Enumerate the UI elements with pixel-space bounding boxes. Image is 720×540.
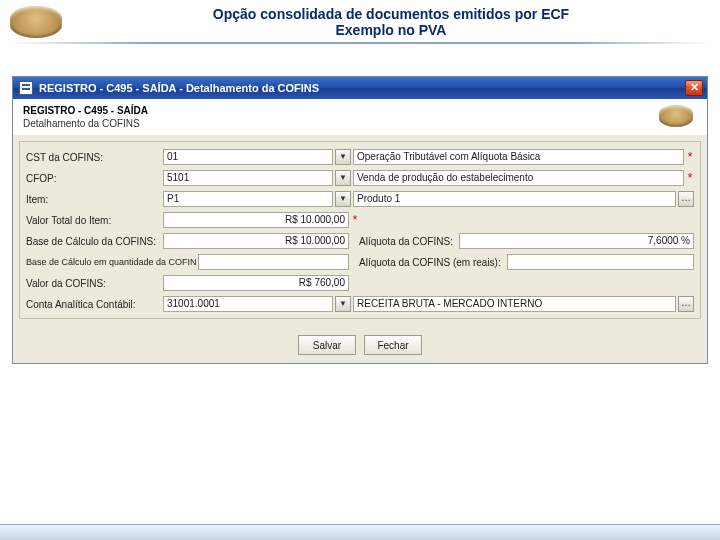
row-cfop: CFOP: 5101 Venda de produção do estabele… [26,169,694,187]
label-base-qtd: Base de Cálculo em quantidade da COFINS: [26,257,196,267]
save-button[interactable]: Salvar [298,335,356,355]
dropdown-item[interactable] [335,191,351,207]
input-conta-desc: RECEITA BRUTA - MERCADO INTERNO [353,296,676,312]
input-cst-desc: Operação Tributável com Alíquota Básica [353,149,684,165]
app-window: REGISTRO - C495 - SAÍDA - Detalhamento d… [12,76,708,364]
input-valor-cofins[interactable]: R$ 760,00 [163,275,349,291]
label-item: Item: [26,194,161,205]
label-valor-cofins: Valor da COFINS: [26,278,161,289]
close-icon: ✕ [690,81,699,93]
window-close-button[interactable]: ✕ [685,80,703,96]
dropdown-conta[interactable] [335,296,351,312]
row-conta: Conta Analítica Contábil: 31001.0001 REC… [26,295,694,313]
input-item-code[interactable]: P1 [163,191,333,207]
form-panel: CST da COFINS: 01 Operação Tributável co… [19,141,701,319]
input-base-calculo[interactable]: R$ 10.000,00 [163,233,349,249]
lookup-item[interactable] [678,191,694,207]
row-base-qtd: Base de Cálculo em quantidade da COFINS:… [26,253,694,271]
page-title-line1: Opção consolidada de documentos emitidos… [72,6,710,22]
label-aliquota-reais: Alíquota da COFINS (em reais): [351,257,505,268]
required-marker: * [686,171,694,185]
input-aliquota-reais[interactable] [507,254,694,270]
label-cfop: CFOP: [26,173,161,184]
document-icon [19,81,33,95]
input-conta-code[interactable]: 31001.0001 [163,296,333,312]
input-base-qtd[interactable] [198,254,349,270]
label-cst: CST da COFINS: [26,152,161,163]
close-button[interactable]: Fechar [364,335,422,355]
page-title-line2: Exemplo no PVA [72,22,710,38]
row-valor-cofins: Valor da COFINS: R$ 760,00 [26,274,694,292]
row-item: Item: P1 Produto 1 [26,190,694,208]
dropdown-cst[interactable] [335,149,351,165]
button-row: Salvar Fechar [13,325,707,363]
input-cfop-desc: Venda de produção do estabelecimento [353,170,684,186]
input-cst-code[interactable]: 01 [163,149,333,165]
label-base-calculo: Base de Cálculo da COFINS: [26,236,161,247]
input-valor-total[interactable]: R$ 10.000,00 [163,212,349,228]
panel-header-subtitle: Detalhamento da COFINS [23,118,148,129]
panel-header-title: REGISTRO - C495 - SAÍDA [23,105,148,116]
row-base-calculo: Base de Cálculo da COFINS: R$ 10.000,00 … [26,232,694,250]
sped-logo [10,6,62,38]
input-cfop-code[interactable]: 5101 [163,170,333,186]
panel-header: REGISTRO - C495 - SAÍDA Detalhamento da … [13,99,707,135]
sped-logo-small [659,105,693,127]
row-cst: CST da COFINS: 01 Operação Tributável co… [26,148,694,166]
label-aliquota: Alíquota da COFINS: [351,236,457,247]
window-title: REGISTRO - C495 - SAÍDA - Detalhamento d… [39,82,319,94]
footer-bar [0,524,720,540]
lookup-conta[interactable] [678,296,694,312]
input-item-desc: Produto 1 [353,191,676,207]
window-titlebar: REGISTRO - C495 - SAÍDA - Detalhamento d… [13,77,707,99]
row-valor-total: Valor Total do Item: R$ 10.000,00 * [26,211,694,229]
page-header: Opção consolidada de documentos emitidos… [0,0,720,38]
label-conta: Conta Analítica Contábil: [26,299,161,310]
label-valor-total: Valor Total do Item: [26,215,161,226]
header-divider [10,42,710,44]
dropdown-cfop[interactable] [335,170,351,186]
required-marker: * [686,150,694,164]
input-aliquota[interactable]: 7,6000 % [459,233,694,249]
required-marker: * [351,213,359,227]
